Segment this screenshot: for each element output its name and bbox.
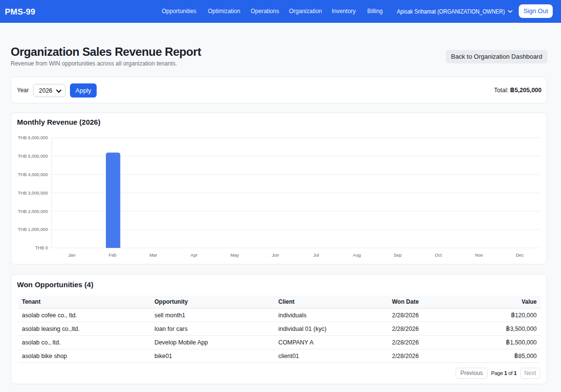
svg-text:Nov: Nov [475,253,483,258]
svg-text:Aug: Aug [353,253,361,258]
svg-text:May: May [231,253,239,258]
svg-text:THB 0: THB 0 [35,245,48,250]
svg-text:Apr: Apr [190,253,197,258]
svg-text:Jul: Jul [313,253,319,258]
svg-text:Oct: Oct [435,253,442,258]
svg-text:Mar: Mar [150,253,157,258]
svg-text:THB 6,000,000: THB 6,000,000 [18,135,48,140]
svg-text:THB 2,000,000: THB 2,000,000 [18,209,48,214]
svg-text:Jun: Jun [272,253,279,258]
svg-text:THB 5,000,000: THB 5,000,000 [18,154,48,159]
svg-text:THB 1,000,000: THB 1,000,000 [18,227,48,232]
svg-text:Jan: Jan [68,253,76,258]
svg-text:Dec: Dec [516,253,524,258]
svg-text:THB 4,000,000: THB 4,000,000 [18,172,48,177]
svg-text:Feb: Feb [109,253,117,258]
svg-text:Sep: Sep [393,253,401,258]
svg-text:THB 3,000,000: THB 3,000,000 [18,191,48,196]
